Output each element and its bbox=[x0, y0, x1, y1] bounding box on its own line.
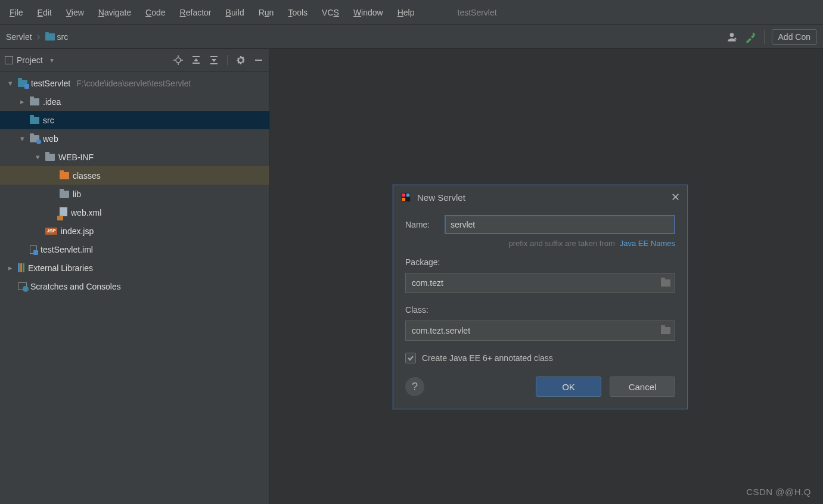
close-icon[interactable]: ✕ bbox=[671, 191, 680, 204]
folder-icon bbox=[45, 154, 55, 161]
folder-icon bbox=[661, 279, 670, 287]
menu-file[interactable]: File bbox=[2, 4, 30, 21]
annotated-class-checkbox[interactable] bbox=[405, 353, 416, 363]
window-title: testServlet bbox=[458, 8, 497, 17]
folder-icon bbox=[45, 33, 55, 41]
menu-code[interactable]: Code bbox=[138, 4, 172, 21]
project-tree: testServlet F:\code\idea\servlet\testSer… bbox=[0, 71, 269, 504]
tree-node-index-jsp[interactable]: JSP index.jsp bbox=[0, 222, 269, 240]
source-folder-icon bbox=[30, 117, 39, 124]
svg-rect-7 bbox=[210, 56, 218, 57]
gear-icon[interactable] bbox=[236, 55, 246, 65]
tree-node-iml[interactable]: testServlet.iml bbox=[0, 240, 269, 259]
checkbox-label: Create Java EE 6+ annotated class bbox=[422, 353, 553, 363]
add-configuration-button[interactable]: Add Con bbox=[772, 29, 817, 45]
new-servlet-dialog: New Servlet ✕ Name: prefix and suffix ar… bbox=[393, 185, 688, 409]
svg-rect-8 bbox=[210, 63, 218, 64]
tree-node-src[interactable]: src bbox=[0, 111, 269, 129]
class-label: Class: bbox=[405, 305, 675, 315]
project-tool-window: Project ▾ testServlet F:\code\idea\servl… bbox=[0, 49, 270, 504]
build-icon[interactable] bbox=[745, 31, 757, 43]
iml-file-icon bbox=[30, 245, 37, 254]
help-button[interactable]: ? bbox=[405, 377, 424, 396]
checkmark-icon bbox=[407, 354, 414, 362]
chevron-down-icon[interactable]: ▾ bbox=[50, 56, 54, 64]
menu-window[interactable]: Window bbox=[346, 4, 390, 21]
menu-help[interactable]: Help bbox=[390, 4, 422, 21]
name-input[interactable] bbox=[445, 215, 675, 234]
menu-edit[interactable]: Edit bbox=[30, 4, 59, 21]
navigation-bar: Servlet › src Add Con bbox=[0, 25, 823, 49]
java-ee-names-link[interactable]: Java EE Names bbox=[620, 239, 675, 248]
xml-file-icon bbox=[60, 207, 67, 218]
scratches-icon bbox=[18, 282, 27, 290]
tree-node-web[interactable]: web bbox=[0, 129, 269, 148]
project-header-label[interactable]: Project bbox=[17, 55, 43, 65]
intellij-icon bbox=[400, 192, 411, 203]
tree-node-idea[interactable]: .idea bbox=[0, 92, 269, 111]
tree-node-webinf[interactable]: WEB-INF bbox=[0, 148, 269, 166]
folder-icon bbox=[661, 327, 670, 334]
tree-node-scratches[interactable]: Scratches and Consoles bbox=[0, 277, 269, 295]
menu-navigate[interactable]: Navigate bbox=[91, 4, 138, 21]
minimize-icon[interactable] bbox=[254, 55, 263, 65]
watermark-text: CSDN @@H.Q bbox=[746, 487, 811, 497]
project-icon bbox=[5, 56, 13, 64]
tree-node-project-root[interactable]: testServlet F:\code\idea\servlet\testSer… bbox=[0, 74, 269, 92]
user-dropdown-icon[interactable] bbox=[726, 31, 738, 43]
cancel-button[interactable]: Cancel bbox=[610, 377, 675, 397]
libraries-icon bbox=[18, 263, 24, 272]
locate-icon[interactable] bbox=[173, 55, 183, 65]
tree-node-web-xml[interactable]: web.xml bbox=[0, 203, 269, 222]
svg-rect-6 bbox=[192, 63, 200, 64]
breadcrumb-src[interactable]: src bbox=[42, 30, 72, 44]
dialog-title: New Servlet bbox=[417, 192, 465, 203]
project-header: Project ▾ bbox=[0, 49, 269, 71]
menu-view[interactable]: View bbox=[59, 4, 91, 21]
jsp-file-icon: JSP bbox=[45, 228, 57, 235]
menu-run[interactable]: Run bbox=[251, 4, 281, 21]
collapse-all-icon[interactable] bbox=[209, 55, 219, 65]
svg-point-0 bbox=[176, 58, 181, 63]
class-field-wrapper bbox=[405, 321, 675, 341]
menu-build[interactable]: Build bbox=[219, 4, 251, 21]
menu-bar: File Edit View Navigate Code Refactor Bu… bbox=[0, 0, 823, 25]
expand-all-icon[interactable] bbox=[191, 55, 201, 65]
class-input[interactable] bbox=[406, 326, 657, 335]
hint-text: prefix and suffix are taken from bbox=[509, 239, 615, 248]
menu-vcs[interactable]: VCS bbox=[315, 4, 346, 21]
tree-node-lib[interactable]: lib bbox=[0, 185, 269, 203]
menu-refactor[interactable]: Refactor bbox=[173, 4, 219, 21]
excluded-folder-icon bbox=[60, 172, 69, 179]
tree-node-classes[interactable]: classes bbox=[0, 166, 269, 185]
name-label: Name: bbox=[405, 220, 439, 229]
module-icon bbox=[18, 80, 27, 87]
menu-tools[interactable]: Tools bbox=[281, 4, 315, 21]
package-field-wrapper bbox=[405, 273, 675, 293]
browse-package-button[interactable] bbox=[657, 279, 675, 287]
tree-node-external-libraries[interactable]: External Libraries bbox=[0, 259, 269, 277]
folder-icon bbox=[30, 98, 39, 105]
ok-button[interactable]: OK bbox=[536, 377, 601, 397]
svg-rect-9 bbox=[255, 60, 262, 61]
package-label: Package: bbox=[405, 257, 675, 267]
folder-icon bbox=[60, 191, 69, 198]
breadcrumb-separator: › bbox=[36, 30, 42, 43]
breadcrumb-root[interactable]: Servlet bbox=[2, 30, 36, 44]
web-folder-icon bbox=[30, 135, 39, 142]
svg-rect-5 bbox=[192, 56, 200, 57]
browse-class-button[interactable] bbox=[657, 327, 675, 334]
package-input[interactable] bbox=[406, 278, 657, 288]
